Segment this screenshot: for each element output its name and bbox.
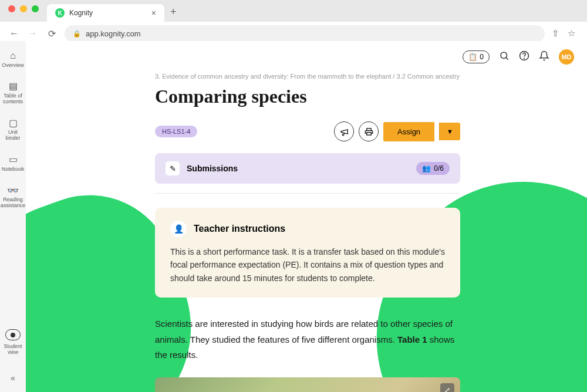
- sidebar-item-reading[interactable]: 👓 Reading assistance: [1, 185, 26, 209]
- search-icon[interactable]: [499, 50, 510, 64]
- instructions-box: 👤 Teacher instructions This is a short p…: [155, 208, 460, 298]
- list-icon: ▤: [9, 81, 18, 92]
- svg-rect-5: [366, 132, 371, 134]
- back-button[interactable]: ←: [8, 28, 20, 39]
- people-icon: 👥: [422, 164, 431, 173]
- submissions-panel[interactable]: ✎ Submissions 👥 0/6: [155, 153, 460, 184]
- svg-point-3: [524, 58, 525, 59]
- cart-count: 0: [480, 53, 484, 61]
- url-input[interactable]: 🔒 app.kognity.com: [65, 25, 545, 42]
- megaphone-icon: [340, 127, 349, 136]
- minimize-window-button[interactable]: [20, 5, 27, 12]
- sidebar-item-notebook[interactable]: ▭ Notebook: [2, 154, 25, 172]
- browser-chrome: K Kognity × + ← → ⟳ 🔒 app.kognity.com ⇧ …: [0, 0, 587, 41]
- close-window-button[interactable]: [8, 5, 15, 12]
- sidebar: ⌂ Overview ▤ Table of contents ▢ Unit bi…: [0, 41, 26, 392]
- sidebar-label: Notebook: [2, 167, 25, 173]
- assign-button[interactable]: Assign: [383, 122, 434, 141]
- lock-icon: 🔒: [73, 30, 81, 38]
- sidebar-label: Table of contents: [3, 93, 23, 105]
- tab-favicon: K: [55, 8, 65, 18]
- body-paragraph: Scientists are interested in studying ho…: [155, 316, 460, 363]
- sidebar-label: Student view: [4, 344, 22, 356]
- instructions-title: Teacher instructions: [194, 224, 285, 234]
- folder-icon: ▢: [9, 118, 18, 129]
- expand-image-button[interactable]: ⤢: [440, 383, 454, 392]
- sidebar-student-view[interactable]: Student view: [4, 329, 22, 356]
- tag-row: HS-LS1-4 Assign ▼: [155, 121, 460, 141]
- page-actions: Assign ▼: [334, 121, 460, 141]
- avatar-initials: MD: [561, 53, 571, 60]
- help-icon[interactable]: [519, 50, 529, 64]
- main-content: 📋 0 MD 3. Evidence of common ancestry an…: [26, 41, 587, 392]
- teacher-icon: 👤: [170, 221, 187, 237]
- clipboard-icon: 📋: [468, 53, 477, 61]
- assignments-badge[interactable]: 📋 0: [463, 50, 490, 63]
- breadcrumb[interactable]: 3. Evidence of common ancestry and diver…: [155, 73, 460, 80]
- browser-tab[interactable]: K Kognity ×: [47, 4, 164, 22]
- standard-tag[interactable]: HS-LS1-4: [155, 126, 197, 137]
- sidebar-item-binder[interactable]: ▢ Unit binder: [5, 118, 20, 141]
- content: 3. Evidence of common ancestry and diver…: [26, 73, 495, 392]
- share-icon[interactable]: ⇧: [552, 28, 559, 39]
- svg-point-0: [501, 52, 507, 59]
- toggle-icon: [5, 329, 21, 340]
- submissions-count-badge: 👥 0/6: [416, 162, 450, 175]
- page-title: Comparing species: [155, 86, 460, 107]
- avatar[interactable]: MD: [559, 49, 574, 65]
- forward-button[interactable]: →: [27, 28, 39, 39]
- tab-close-icon[interactable]: ×: [151, 8, 156, 18]
- tab-title: Kognity: [69, 9, 147, 17]
- glasses-icon: 👓: [7, 185, 19, 196]
- svg-line-1: [506, 58, 508, 60]
- reload-button[interactable]: ⟳: [46, 28, 58, 39]
- sidebar-item-toc[interactable]: ▤ Table of contents: [3, 81, 23, 104]
- maximize-window-button[interactable]: [32, 5, 39, 12]
- bookmark-icon[interactable]: ☆: [568, 28, 575, 39]
- url-text: app.kognity.com: [86, 29, 141, 38]
- body-text-bold: Table 1: [397, 334, 427, 344]
- home-icon: ⌂: [10, 50, 16, 61]
- announce-button[interactable]: [334, 121, 354, 141]
- top-bar: 📋 0 MD: [26, 41, 587, 73]
- bell-icon[interactable]: [539, 50, 549, 64]
- notebook-icon: ▭: [9, 154, 18, 165]
- sidebar-item-overview[interactable]: ⌂ Overview: [2, 50, 24, 68]
- svg-rect-4: [366, 128, 371, 130]
- collapse-sidebar-button[interactable]: «: [11, 373, 15, 383]
- address-actions: ⇧ ☆: [552, 28, 579, 39]
- print-icon: [365, 127, 373, 136]
- app-area: ⌂ Overview ▤ Table of contents ▢ Unit bi…: [0, 41, 587, 392]
- sidebar-label: Overview: [2, 63, 24, 69]
- new-tab-button[interactable]: +: [164, 2, 183, 22]
- submissions-label: Submissions: [187, 164, 238, 173]
- content-image: ⤢: [155, 377, 460, 392]
- edit-icon: ✎: [166, 161, 180, 175]
- assign-dropdown-button[interactable]: ▼: [439, 123, 460, 140]
- divider: [155, 193, 460, 194]
- instructions-body: This is a short performance task. It is …: [170, 245, 445, 285]
- sidebar-label: Reading assistance: [1, 197, 26, 209]
- sidebar-label: Unit binder: [5, 130, 20, 141]
- submissions-count: 0/6: [434, 164, 444, 173]
- tab-bar: K Kognity × +: [0, 4, 587, 22]
- print-button[interactable]: [359, 121, 379, 141]
